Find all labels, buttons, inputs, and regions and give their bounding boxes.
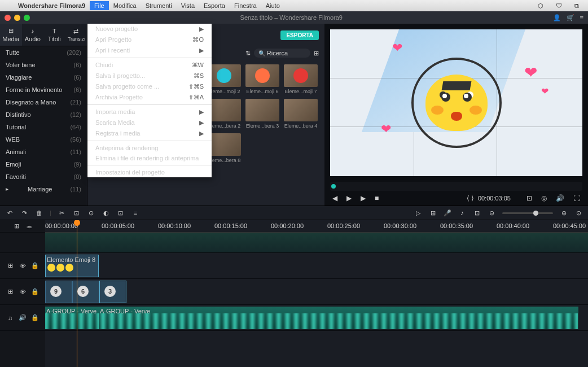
category-emoji[interactable]: Emoji(9) <box>0 158 87 171</box>
category-animali[interactable]: Animali(11) <box>0 146 87 158</box>
music-icon[interactable]: ♪ <box>458 209 466 216</box>
media-thumb[interactable]: Eleme...moji 7 <box>284 64 318 94</box>
category-marriage[interactable]: Marriage(11) <box>0 183 87 195</box>
media-thumb[interactable]: Eleme...bera 2 <box>207 99 241 129</box>
speed-icon[interactable]: ⊙ <box>87 209 95 217</box>
clip-1[interactable]: 9 <box>45 281 72 303</box>
zoom-fit-icon[interactable]: ⊙ <box>574 209 582 217</box>
menu-item-salva-progetto-come-[interactable]: Salva progetto come ...⇧⌘S <box>87 81 212 92</box>
category-forme-in-movimento[interactable]: Forme in Movimento(6) <box>0 84 87 96</box>
grid-view-icon[interactable]: ⊞ <box>314 50 319 57</box>
volume-icon[interactable]: 🔊 <box>556 194 564 202</box>
track-settings-icon[interactable]: ⊞ <box>6 288 14 295</box>
app-name[interactable]: Wondershare Filmora9 <box>14 2 90 9</box>
zoom-slider[interactable] <box>502 212 553 214</box>
menu-modifica[interactable]: Modifica <box>109 2 141 9</box>
track-mute-icon[interactable]: 🔊 <box>19 314 27 321</box>
audio-clip-1[interactable]: A-GROUP - Verve <box>45 307 99 329</box>
category-web[interactable]: WEB(56) <box>0 133 87 146</box>
track-visible-icon[interactable]: 👁 <box>19 263 27 269</box>
sort-icon[interactable]: ⇅ <box>245 50 251 57</box>
emoji-element[interactable] <box>425 75 488 131</box>
category-voler-bene[interactable]: Voler bene(6) <box>0 59 87 71</box>
tab-transizione[interactable]: ⇄Transizione <box>65 24 87 46</box>
clip-emoji[interactable]: Elemento Emoji 8 <box>45 255 99 277</box>
mixer-icon[interactable]: ⊞ <box>429 209 437 217</box>
menu-item-importa-media[interactable]: Importa media▶ <box>87 107 212 117</box>
render-icon[interactable]: ⊡ <box>473 209 481 217</box>
video-track-2[interactable]: Elemento Emoji 8 <box>45 253 588 279</box>
menu-finestra[interactable]: Finestra <box>230 2 261 9</box>
menu-strumenti[interactable]: Strumenti <box>141 2 177 9</box>
category-viaggiare[interactable]: Viaggiare(6) <box>0 71 87 84</box>
snapshot-icon[interactable]: ◎ <box>541 194 547 202</box>
menu-item-scarica-media[interactable]: Scarica Media▶ <box>87 117 212 128</box>
menu-item-archivia-progetto[interactable]: Archivia Progetto⇧⌘A <box>87 92 212 103</box>
tab-titoli[interactable]: TTitoli <box>43 24 65 46</box>
display-icon[interactable]: ⊡ <box>526 194 532 202</box>
timeline-ruler[interactable]: 00:00:00:0000:00:05:0000:00:10:0000:00:1… <box>45 220 588 233</box>
play-button-2[interactable]: ▶ <box>361 194 366 202</box>
category-tutte[interactable]: Tutte(202) <box>0 46 87 59</box>
audio-clip-2[interactable]: A-GROUP - Verve <box>99 307 578 329</box>
redo-icon[interactable]: ↷ <box>20 209 28 217</box>
media-thumb[interactable]: Eleme...bera 4 <box>284 99 318 129</box>
delete-icon[interactable]: 🗑 <box>35 209 43 216</box>
cut-icon[interactable]: ✂ <box>58 209 66 217</box>
undo-icon[interactable]: ↶ <box>6 209 14 217</box>
video-track-1[interactable]: 9 6 3 <box>45 279 588 305</box>
edit-icon[interactable]: ⊡ <box>73 209 81 217</box>
zoom-out-icon[interactable]: ⊖ <box>488 209 495 217</box>
track-lock-icon[interactable]: 🔒 <box>31 288 39 295</box>
preview-canvas[interactable]: ❤ ❤ ❤ ❤ <box>330 29 582 176</box>
category-tutorial[interactable]: Tutorial(64) <box>0 121 87 133</box>
zoom-in-icon[interactable]: ⊕ <box>560 209 568 217</box>
media-thumb[interactable]: Eleme...bera 8 <box>207 133 241 163</box>
prev-frame-button[interactable]: ◀ <box>332 194 337 202</box>
category-disegnato-a-mano[interactable]: Disegnato a Mano(21) <box>0 96 87 108</box>
titlebar-tools[interactable]: 👤🛒≡ <box>553 14 583 21</box>
marker-icon[interactable]: ▷ <box>414 209 422 217</box>
color-icon[interactable]: ◐ <box>102 209 110 217</box>
preview-scrubber[interactable] <box>330 182 582 191</box>
tab-audio[interactable]: ♪Audio <box>22 24 44 46</box>
crop-icon[interactable]: ⊡ <box>117 209 125 217</box>
menu-vista[interactable]: Vista <box>177 2 199 9</box>
audio-track-icon[interactable]: ♫ <box>6 314 14 321</box>
menu-item-chiudi[interactable]: Chiudi⌘W <box>87 60 212 71</box>
menu-file[interactable]: File <box>90 1 109 10</box>
menu-item-apri-progetto[interactable]: Apri Progetto⌘O <box>87 34 212 45</box>
fullscreen-icon[interactable]: ⛶ <box>573 194 580 202</box>
traffic-lights[interactable] <box>5 15 30 21</box>
clip-3[interactable]: 3 <box>99 281 126 303</box>
track-visible-icon[interactable]: 👁 <box>19 289 27 295</box>
timeline: ⊞ ⫘ ⊞ 👁 🔒 ⊞ 👁 🔒 ♫ 🔊 🔒 00:00:00:0000:00:0… <box>0 220 588 367</box>
audio-track[interactable]: A-GROUP - Verve A-GROUP - Verve <box>45 305 588 331</box>
track-lock-icon[interactable]: 🔒 <box>31 314 39 321</box>
mic-icon[interactable]: 🎤 <box>444 209 451 217</box>
media-thumb[interactable]: Eleme...moji 6 <box>245 64 279 94</box>
category-favoriti[interactable]: Favoriti(0) <box>0 171 87 183</box>
menu-item-impostazioni-del-progetto[interactable]: Impostazioni del progetto <box>87 167 212 177</box>
export-button[interactable]: ESPORTA <box>280 30 319 40</box>
more-icon[interactable]: ≡ <box>131 209 139 216</box>
menu-esporta[interactable]: Esporta <box>199 2 230 9</box>
category-distintivo[interactable]: Distintivo(12) <box>0 108 87 121</box>
menu-item-registra-i-media[interactable]: Registra i media▶ <box>87 128 212 139</box>
menu-item-salva-il-progetto-[interactable]: Salva il progetto...⌘S <box>87 71 212 81</box>
stop-button[interactable]: ■ <box>375 194 379 202</box>
media-thumb[interactable]: Eleme...bera 3 <box>245 99 279 129</box>
menu-item-apri-i-recenti[interactable]: Apri i recenti▶ <box>87 45 212 56</box>
play-button[interactable]: ▶ <box>346 194 352 202</box>
tracks-icon[interactable]: ⊞ <box>12 222 20 230</box>
search-input[interactable]: 🔍 Ricerca <box>254 49 310 58</box>
playhead[interactable] <box>77 220 77 367</box>
tab-media[interactable]: ⊞Media <box>0 24 22 46</box>
menu-aiuto[interactable]: Aiuto <box>261 2 284 9</box>
media-thumb[interactable]: Eleme...moji 2 <box>207 64 241 94</box>
menu-item-nuovo-progetto[interactable]: Nuovo progetto▶ <box>87 24 212 34</box>
track-lock-icon[interactable]: 🔒 <box>31 262 39 269</box>
menu-item-elimina-i-file-di-rendering-di-anteprima[interactable]: Elimina i file di rendering di anteprima <box>87 153 212 163</box>
link-icon[interactable]: ⫘ <box>25 223 33 230</box>
track-settings-icon[interactable]: ⊞ <box>6 262 14 269</box>
